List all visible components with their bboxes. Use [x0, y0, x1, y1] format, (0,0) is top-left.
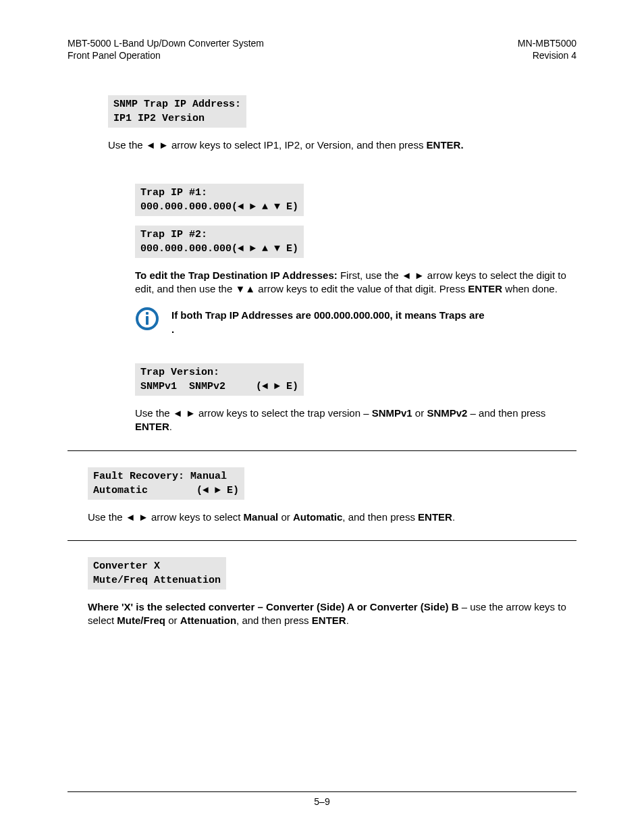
info-icon: [135, 307, 159, 333]
text: Use the ◄ ► arrow keys to select IP1, IP…: [108, 139, 427, 151]
enter-label: ENTER.: [427, 139, 464, 151]
svg-rect-1: [146, 312, 149, 315]
lcd-display: Converter X Mute/Freq Attenuation: [88, 557, 226, 590]
lcd-trap1: Trap IP #1: 000.000.000.000(◄ ► ▲ ▼ E): [135, 184, 576, 216]
text: or: [165, 615, 180, 626]
text: .: [346, 615, 349, 626]
separator: [68, 540, 576, 541]
text: .: [452, 511, 455, 523]
text: , and then press: [342, 511, 418, 523]
text: Use the ◄ ► arrow keys to select: [88, 511, 244, 523]
snmpv1-label: SNMPv1: [372, 407, 412, 419]
lcd-display: SNMP Trap IP Address: IP1 IP2 Version: [108, 95, 246, 128]
lcd-snmp-main: SNMP Trap IP Address: IP1 IP2 Version: [108, 95, 576, 128]
lcd-converter: Converter X Mute/Freq Attenuation: [88, 557, 576, 590]
header-right: MN-MBT5000 Revision 4: [518, 37, 576, 61]
lead-bold: Where 'X' is the selected converter – Co…: [88, 601, 462, 613]
lcd-display: Trap Version: SNMPv1 SNMPv2 (◄ ► E): [135, 363, 304, 396]
automatic-label: Automatic: [293, 511, 342, 523]
note-row: If both Trap IP Addresses are 000.000.00…: [135, 307, 576, 336]
version-instruction: Use the ◄ ► arrow keys to select the tra…: [135, 407, 576, 434]
attenuation-label: Attenuation: [180, 615, 236, 626]
doc-section: Front Panel Operation: [68, 49, 264, 61]
text: or: [278, 511, 293, 523]
text: – and then press: [467, 407, 545, 419]
page-number: 5–9: [314, 796, 329, 807]
edit-instruction: To edit the Trap Destination IP Addresse…: [135, 269, 576, 296]
lcd-trap2: Trap IP #2: 000.000.000.000(◄ ► ▲ ▼ E): [135, 226, 576, 258]
lcd-display: Trap IP #2: 000.000.000.000(◄ ► ▲ ▼ E): [135, 226, 304, 258]
separator: [68, 450, 576, 451]
note-text: If both Trap IP Addresses are 000.000.00…: [171, 307, 485, 336]
text: , and then press: [236, 615, 312, 626]
lead-bold: To edit the Trap Destination IP Addresse…: [135, 269, 340, 281]
converter-instruction: Where 'X' is the selected converter – Co…: [88, 600, 576, 628]
text: Use the ◄ ► arrow keys to select the tra…: [135, 407, 372, 419]
page-header: MBT-5000 L-Band Up/Down Converter System…: [68, 37, 576, 61]
note-line2: .: [171, 323, 174, 335]
lcd-display: Trap IP #1: 000.000.000.000(◄ ► ▲ ▼ E): [135, 184, 304, 216]
header-left: MBT-5000 L-Band Up/Down Converter System…: [68, 37, 264, 61]
mutefreq-label: Mute/Freq: [117, 615, 165, 626]
fault-instruction: Use the ◄ ► arrow keys to select Manual …: [88, 511, 576, 524]
lcd-trap-version: Trap Version: SNMPv1 SNMPv2 (◄ ► E): [135, 363, 576, 396]
enter-label: ENTER: [468, 283, 502, 294]
snmp-instruction: Use the ◄ ► arrow keys to select IP1, IP…: [108, 138, 576, 152]
lcd-fault-recovery: Fault Recovery: Manual Automatic (◄ ► E): [88, 467, 576, 500]
snmpv2-label: SNMPv2: [427, 407, 467, 419]
doc-number: MN-MBT5000: [518, 37, 576, 49]
page-footer: 5–9: [68, 791, 576, 807]
enter-label: ENTER: [135, 421, 169, 432]
enter-label: ENTER: [312, 615, 346, 626]
text: when done.: [502, 283, 558, 294]
note-line1: If both Trap IP Addresses are 000.000.00…: [171, 309, 485, 321]
page: MBT-5000 L-Band Up/Down Converter System…: [0, 0, 644, 834]
doc-title: MBT-5000 L-Band Up/Down Converter System: [68, 37, 264, 49]
svg-rect-2: [146, 316, 149, 325]
text: .: [169, 421, 172, 432]
lcd-display: Fault Recovery: Manual Automatic (◄ ► E): [88, 467, 244, 500]
manual-label: Manual: [244, 511, 279, 523]
enter-label: ENTER: [418, 511, 452, 523]
text: or: [412, 407, 427, 419]
doc-revision: Revision 4: [518, 49, 576, 61]
